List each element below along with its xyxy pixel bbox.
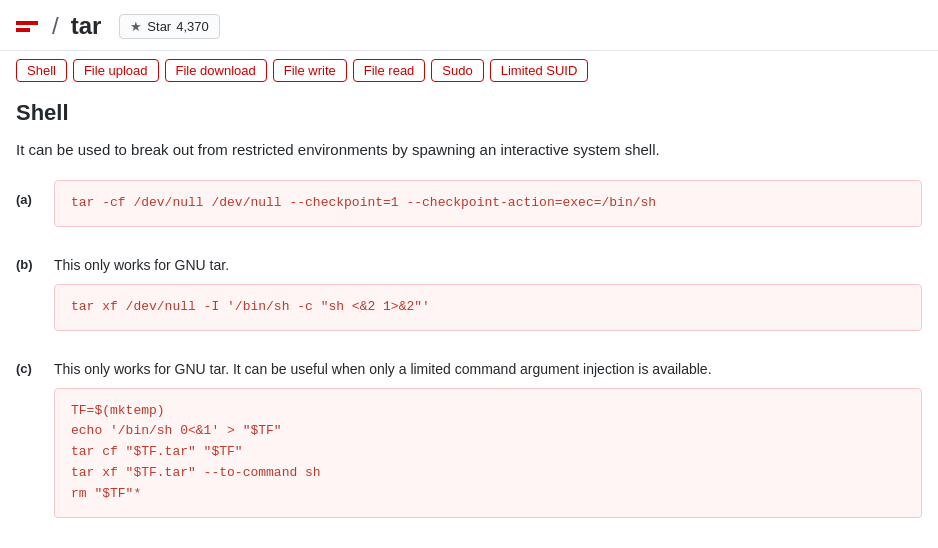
example-label-1: (b) bbox=[16, 245, 44, 272]
example-row-0: (a)tar -cf /dev/null /dev/null --checkpo… bbox=[16, 180, 922, 227]
example-note-row-2: (c)This only works for GNU tar. It can b… bbox=[16, 349, 922, 380]
example-c: (c)This only works for GNU tar. It can b… bbox=[16, 349, 922, 518]
code-block-1: tar xf /dev/null -I '/bin/sh -c "sh <&2 … bbox=[54, 284, 922, 331]
logo-bar-bottom bbox=[16, 28, 30, 32]
title-name: tar bbox=[71, 12, 102, 40]
star-count: 4,370 bbox=[176, 19, 209, 34]
example-note-text-2: This only works for GNU tar. It can be u… bbox=[54, 349, 712, 380]
title-slash: / bbox=[52, 12, 59, 40]
star-button[interactable]: ★ Star 4,370 bbox=[119, 14, 219, 39]
tag-file-download[interactable]: File download bbox=[165, 59, 267, 82]
header: / tar ★ Star 4,370 bbox=[0, 0, 938, 51]
example-note-row-1: (b)This only works for GNU tar. bbox=[16, 245, 922, 276]
example-b: (b)This only works for GNU tar.tar xf /d… bbox=[16, 245, 922, 331]
content: Shell It can be used to break out from r… bbox=[0, 90, 938, 548]
example-a: (a)tar -cf /dev/null /dev/null --checkpo… bbox=[16, 180, 922, 227]
section-title: Shell bbox=[16, 100, 922, 126]
tag-file-write[interactable]: File write bbox=[273, 59, 347, 82]
example-note-text-1: This only works for GNU tar. bbox=[54, 245, 229, 276]
section-description: It can be used to break out from restric… bbox=[16, 138, 922, 162]
star-label: Star bbox=[147, 19, 171, 34]
logo-bar-top bbox=[16, 21, 38, 25]
star-icon: ★ bbox=[130, 19, 142, 34]
tags-bar: ShellFile uploadFile downloadFile writeF… bbox=[0, 51, 938, 90]
tag-shell[interactable]: Shell bbox=[16, 59, 67, 82]
code-block-2: TF=$(mktemp) echo '/bin/sh 0<&1' > "$TF"… bbox=[54, 388, 922, 518]
example-label-0: (a) bbox=[16, 180, 44, 207]
tag-file-upload[interactable]: File upload bbox=[73, 59, 159, 82]
code-block-0: tar -cf /dev/null /dev/null --checkpoint… bbox=[54, 180, 922, 227]
tag-file-read[interactable]: File read bbox=[353, 59, 426, 82]
tag-sudo[interactable]: Sudo bbox=[431, 59, 483, 82]
tag-limited-suid[interactable]: Limited SUID bbox=[490, 59, 589, 82]
logo bbox=[16, 21, 38, 32]
examples-container: (a)tar -cf /dev/null /dev/null --checkpo… bbox=[16, 180, 922, 518]
example-label-2: (c) bbox=[16, 349, 44, 376]
